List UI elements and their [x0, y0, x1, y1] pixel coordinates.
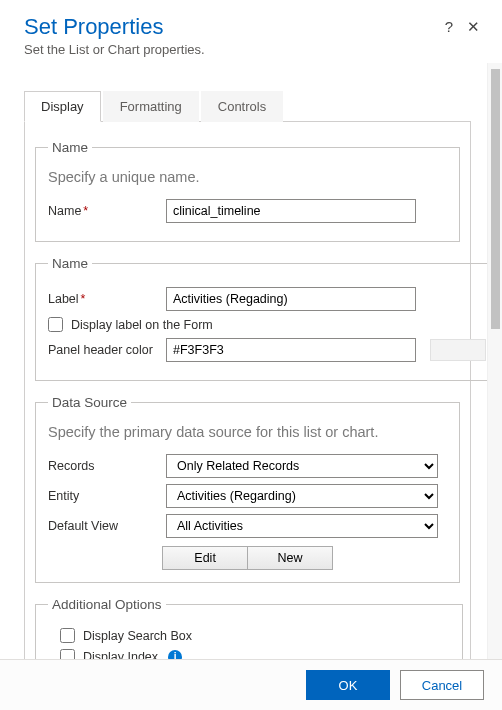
info-icon[interactable]: i — [168, 650, 182, 660]
entity-label: Entity — [48, 489, 158, 503]
panel-header-color-swatch[interactable] — [430, 339, 486, 361]
close-icon[interactable]: ✕ — [467, 19, 480, 34]
display-index-label: Display Index — [83, 650, 158, 660]
name-input[interactable] — [166, 199, 416, 223]
edit-button[interactable]: Edit — [162, 546, 248, 570]
scrollbar[interactable] — [487, 63, 502, 659]
group-additional-options: Additional Options Display Search Box Di… — [35, 597, 463, 659]
help-icon[interactable]: ? — [445, 18, 453, 35]
default-view-select[interactable]: All Activities — [166, 514, 438, 538]
group-legend: Name — [48, 256, 92, 271]
default-view-label: Default View — [48, 519, 158, 533]
display-label-checkbox[interactable] — [48, 317, 63, 332]
group-legend: Additional Options — [48, 597, 166, 612]
display-search-box-label: Display Search Box — [83, 629, 192, 643]
display-index-checkbox[interactable] — [60, 649, 75, 659]
tab-display[interactable]: Display — [24, 91, 101, 122]
group-legend: Name — [48, 140, 92, 155]
dialog-title: Set Properties — [24, 14, 478, 40]
new-button[interactable]: New — [247, 546, 333, 570]
dialog-footer: OK Cancel — [0, 660, 502, 710]
dialog-subtitle: Set the List or Chart properties. — [24, 42, 478, 57]
tab-formatting[interactable]: Formatting — [103, 91, 199, 122]
tab-controls[interactable]: Controls — [201, 91, 283, 122]
group-hint: Specify the primary data source for this… — [48, 424, 447, 440]
panel-header-color-input[interactable] — [166, 338, 416, 362]
panel-header-color-label: Panel header color — [48, 343, 158, 357]
display-label-text: Display label on the Form — [71, 318, 213, 332]
label-label: Label* — [48, 292, 158, 306]
dialog-header: Set Properties Set the List or Chart pro… — [0, 0, 502, 63]
dialog-body: Display Formatting Controls Name Specify… — [0, 63, 487, 659]
label-input[interactable] — [166, 287, 416, 311]
group-hint: Specify a unique name. — [48, 169, 447, 185]
group-name-unique: Name Specify a unique name. Name* — [35, 140, 460, 242]
set-properties-dialog: Set Properties Set the List or Chart pro… — [0, 0, 502, 710]
records-select[interactable]: Only Related Records — [166, 454, 438, 478]
group-data-source: Data Source Specify the primary data sou… — [35, 395, 460, 583]
name-label: Name* — [48, 204, 158, 218]
scrollbar-thumb[interactable] — [491, 69, 500, 329]
records-label: Records — [48, 459, 158, 473]
ok-button[interactable]: OK — [306, 670, 390, 700]
group-name-label: Name Label* Display label on the Form Pa… — [35, 256, 487, 381]
tab-bar: Display Formatting Controls — [24, 91, 471, 122]
cancel-button[interactable]: Cancel — [400, 670, 484, 700]
entity-select[interactable]: Activities (Regarding) — [166, 484, 438, 508]
group-legend: Data Source — [48, 395, 131, 410]
display-search-box-checkbox[interactable] — [60, 628, 75, 643]
display-panel: Name Specify a unique name. Name* Name L… — [24, 122, 471, 659]
